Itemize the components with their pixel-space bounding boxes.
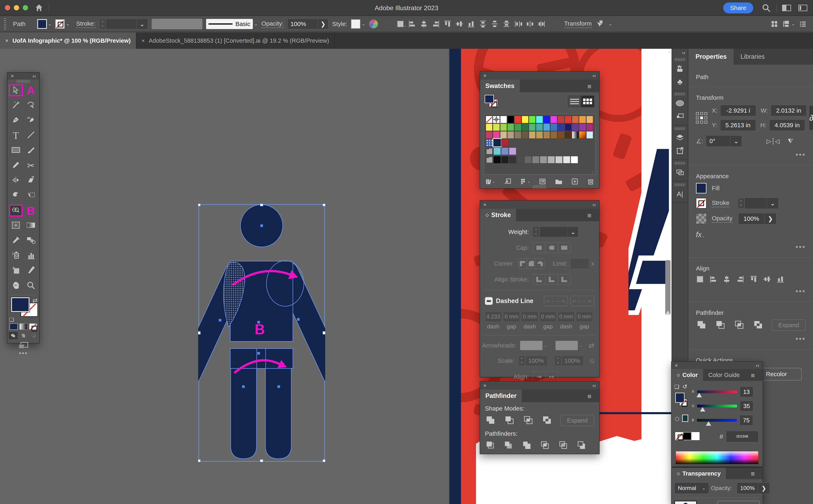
symbols-panel-icon[interactable]: ♣ [672,75,688,88]
swatch[interactable] [572,131,579,139]
b-value[interactable]: 75 [740,415,753,426]
panel-menu-icon[interactable]: ≡ [587,392,596,400]
trim-icon[interactable] [503,440,515,451]
color-spectrum[interactable] [676,451,759,464]
swatch[interactable] [507,124,514,131]
swatch[interactable] [572,116,579,123]
x-field[interactable]: -2.9291 i [720,105,756,116]
h-field[interactable]: 4.0539 in [769,119,805,131]
fill-swatch[interactable] [37,19,47,29]
stroke-swatch[interactable] [55,19,65,29]
tool-pencil[interactable] [11,161,20,170]
layers-panel-icon[interactable] [672,131,688,144]
fill-stroke-indicator[interactable]: ⇄ ❏ [8,297,39,323]
swatch[interactable] [493,156,501,163]
tool-magic-wand[interactable] [11,100,20,110]
intersect-icon[interactable] [734,319,746,331]
w-field[interactable]: 2.0132 in [771,105,806,116]
stroke-weight-control[interactable]: ⌃⌄⌄ [738,198,779,209]
tool-rectangle[interactable] [11,146,21,155]
swatch[interactable] [536,131,543,139]
hex-field[interactable]: 0D234B [726,431,759,442]
swatch[interactable] [501,148,509,155]
scrollbar-thumb[interactable] [665,260,671,315]
tool-artboard-select[interactable] [26,191,35,200]
more-options-icon[interactable]: ••• [696,150,806,159]
distribute-vcenter-icon[interactable] [491,20,499,28]
merge-icon[interactable] [522,440,533,451]
swatch[interactable] [579,116,586,123]
collapse-icon[interactable]: ‹‹ [592,202,596,208]
swatch-libraries-icon[interactable]: ⌄ [485,178,495,185]
export-panel-icon[interactable] [672,144,688,157]
draw-behind-button[interactable] [19,332,28,339]
g-slider[interactable] [697,405,737,407]
unite-icon[interactable] [485,415,497,426]
object-thumbnail[interactable] [674,501,697,504]
swatch[interactable] [543,131,550,139]
tab-adobestock[interactable]: ×AdobeStock_588138853 (1) [Converted].ai… [136,33,335,49]
swatch[interactable] [563,156,570,163]
stroke-label[interactable]: Stroke [712,199,729,207]
expand-dock-icon[interactable]: ‹‹ [672,49,688,57]
swatch[interactable] [565,124,572,131]
y-field[interactable]: 5.2613 in [720,119,756,131]
tool-zoom[interactable] [26,281,35,291]
close-icon[interactable]: × [11,73,14,79]
swatch[interactable] [514,124,521,131]
tool-eyedropper[interactable] [11,236,20,245]
exclude-icon[interactable] [541,415,553,426]
distribute-hcenter-icon[interactable] [526,20,534,28]
swatch[interactable] [579,131,586,139]
distribute-vtop-icon[interactable] [479,20,487,28]
collapse-icon[interactable]: ‹‹ [33,73,36,79]
transparency-panel-icon[interactable] [672,97,688,110]
collapse-icon[interactable]: ‹‹ [592,382,596,389]
list-view-button[interactable] [568,96,581,107]
tool-slice[interactable] [26,266,35,276]
close-icon[interactable]: × [483,73,486,79]
opacity-swatch[interactable] [696,213,706,224]
brush-definition-control[interactable]: Basic⌄ [206,19,258,29]
swatch[interactable] [514,131,521,139]
distribute-hright-icon[interactable] [538,20,546,28]
r-value[interactable]: 13 [740,387,753,397]
panel-resize-grip[interactable]: |||||||||| [480,185,599,188]
tool-type[interactable]: T [13,130,19,141]
tab-transparency[interactable]: ◇Transparency [672,468,726,479]
swatch[interactable] [571,156,578,163]
swatch[interactable] [493,131,500,139]
document-arrangement-control[interactable]: ⌄ [782,20,795,28]
swatch[interactable] [565,116,572,123]
tool-blend[interactable] [26,236,36,245]
unite-icon[interactable] [696,319,708,331]
outline-icon[interactable] [558,440,570,451]
controlbar-grip[interactable] [4,18,6,30]
fill-label[interactable]: Fill [712,185,720,192]
swatch-group-folder[interactable] [486,156,493,163]
swatch[interactable] [524,156,532,163]
tab-pathfinder[interactable]: Pathfinder [480,390,522,402]
arrange-documents-icon[interactable] [782,5,791,11]
close-tab-icon[interactable]: × [142,38,145,44]
fill-proxy[interactable] [485,95,494,103]
opacity-control[interactable]: 100%❯ [738,213,776,224]
swatch[interactable] [532,156,539,163]
dashed-line-checkbox[interactable] [485,297,493,305]
align-right-icon[interactable] [736,275,744,283]
minus-back-icon[interactable] [576,440,588,451]
shape-align-grid-icon[interactable] [770,20,778,28]
artboards-panel-icon[interactable] [672,110,688,123]
stroke-weight-label[interactable]: Stroke: [76,20,96,28]
swatch[interactable] [565,131,572,139]
swatch[interactable] [550,131,557,139]
share-button[interactable]: Share [723,2,753,13]
screen-mode-button[interactable] [8,342,39,350]
weight-control[interactable]: ⌃⌄⌄ [533,227,578,237]
revert-colors-icon[interactable]: ↺ [683,383,687,390]
stroke-weight-control[interactable]: ⌃⌄⌄ [99,19,148,29]
constrain-proportions-icon[interactable]: ∂ [809,106,813,130]
swatch[interactable] [486,139,493,146]
tool-scissors[interactable]: ✂ [27,160,35,171]
canvas-pasteboard[interactable]: B ×‹‹ |||||||||| A [0,49,449,504]
